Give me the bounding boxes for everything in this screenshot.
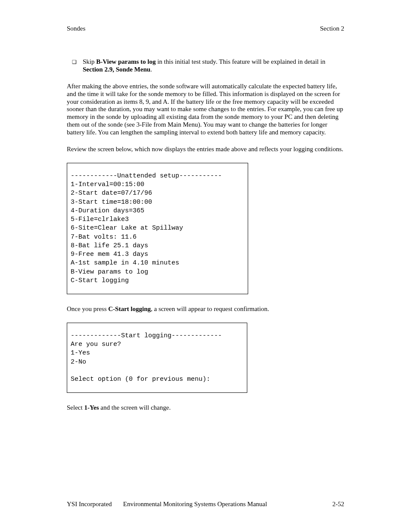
terminal-screen-unattended-setup: ------------Unattended setup----------- … xyxy=(67,163,248,294)
bullet-square-icon: ❑ xyxy=(67,58,83,73)
footer-page-number: 2-52 xyxy=(333,501,345,508)
bullet-text: Skip B-View params to log in this initia… xyxy=(83,58,344,73)
text-span: Skip xyxy=(83,58,96,65)
text-span: Select xyxy=(67,404,84,411)
text-span: in this initial test study. This feature… xyxy=(156,58,325,65)
text-span: Once you press xyxy=(67,305,108,312)
header-left: Sondes xyxy=(67,25,85,32)
header-right: Section 2 xyxy=(320,25,344,32)
text-span: and the screen will change. xyxy=(99,404,171,411)
bullet-item: ❑ Skip B-View params to log in this init… xyxy=(67,58,344,73)
bold-text: C-Start logging xyxy=(108,305,151,312)
bold-text: 1-Yes xyxy=(84,404,99,411)
footer-left: YSI Incorporated Environmental Monitorin… xyxy=(67,501,267,508)
page-footer: YSI Incorporated Environmental Monitorin… xyxy=(67,501,344,508)
page-content: Sondes Section 2 ❑ Skip B-View params to… xyxy=(0,0,411,412)
paragraph: After making the above entries, the sond… xyxy=(67,83,344,136)
paragraph: Once you press C-Start logging, a screen… xyxy=(67,305,344,313)
bold-text: B-View params to log xyxy=(96,58,156,65)
text-span: , a screen will appear to request confir… xyxy=(151,305,269,312)
terminal-screen-start-logging: -------------Start logging------------- … xyxy=(67,323,247,393)
paragraph: Review the screen below, which now displ… xyxy=(67,146,344,153)
page-header: Sondes Section 2 xyxy=(67,25,344,32)
bold-text: Section 2.9, Sonde Menu xyxy=(83,66,150,73)
text-span: . xyxy=(150,66,152,73)
paragraph: Select 1-Yes and the screen will change. xyxy=(67,404,344,412)
